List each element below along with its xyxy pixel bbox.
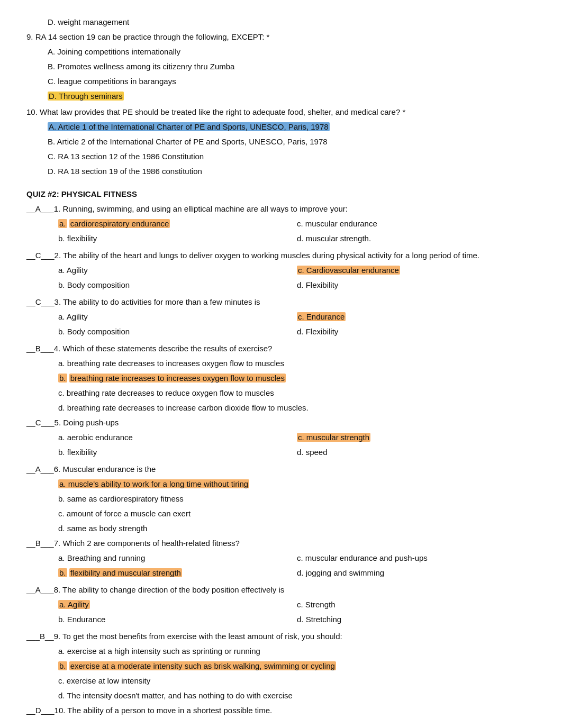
q9b-opt-b: b. exercise at a moderate intensity such… — [58, 660, 536, 672]
q2-opt-c: c. Cardiovascular endurance — [297, 264, 536, 277]
quiz2-q1: __A___1. Running, swimming, and using an… — [26, 203, 536, 247]
q6-opt-b: b. same as cardiorespiratory fitness — [58, 493, 536, 505]
main-content: D. weight management 9. RA 14 section 19… — [26, 16, 536, 717]
q4-opt-d: d. breathing rate decreases to increase … — [58, 402, 536, 414]
q3-opt-c: c. Endurance — [297, 311, 536, 323]
q9b-opt-d: d. The intensity doesn't matter, and has… — [58, 689, 536, 702]
q10-option-c: C. RA 13 section 12 of the 1986 Constitu… — [26, 150, 536, 163]
q1-opt-a: a. cardiorespiratory endurance — [58, 217, 297, 230]
quiz2-q4: __B___4. Which of these statements descr… — [26, 342, 536, 414]
quiz2-q3: __C___3. The ability to do activities fo… — [26, 296, 536, 340]
q6-opt-c: c. amount of force a muscle can exert — [58, 507, 536, 520]
q3-opt-d: d. Flexibility — [297, 325, 536, 338]
q8-opt-a: a. Agility — [58, 598, 297, 611]
q9-option-d: D. Through seminars — [26, 90, 536, 103]
q7-opt-c: c. muscular endurance and push-ups — [297, 552, 536, 565]
q7-opt-d: d. jogging and swimming — [297, 567, 536, 579]
q5-opt-d: d. speed — [297, 446, 536, 459]
q3-opt-a: a. Agility — [58, 311, 297, 323]
q1-opt-c: c. muscular endurance — [297, 217, 536, 230]
q7-opt-b: b. flexibility and muscular strength — [58, 567, 297, 579]
question-9: 9. RA 14 section 19 can be practice thro… — [26, 31, 536, 43]
question-10: 10. What law provides that PE should be … — [26, 106, 536, 119]
q8-opt-d: d. Stretching — [297, 613, 536, 626]
q4-opt-a: a. breathing rate decreases to increases… — [58, 357, 536, 370]
quiz2-q10: __D___10. The ability of a person to mov… — [26, 704, 536, 717]
q4-opt-b: b. breathing rate increases to increases… — [58, 372, 536, 385]
quiz2-q9: ___B__9. To get the most benefits from e… — [26, 630, 536, 702]
quiz2-title: QUIZ #2: PHYSICAL FITNESS — [26, 189, 536, 198]
q2-opt-d: d. Flexibility — [297, 279, 536, 292]
q5-opt-b: b. flexibility — [58, 446, 297, 459]
q8-opt-c: c. Strength — [297, 598, 536, 611]
quiz2-q8: __A___8. The ability to change direction… — [26, 584, 536, 628]
q10-option-d: D. RA 18 section 19 of the 1986 constitu… — [26, 165, 536, 178]
q9-option-c: C. league competitions in barangays — [26, 75, 536, 88]
q8-opt-b: b. Endurance — [58, 613, 297, 626]
q6-opt-d: d. same as body strength — [58, 522, 536, 535]
q9b-opt-a: a. exercise at a high intensity such as … — [58, 645, 536, 658]
q10-option-b: B. Article 2 of the International Charte… — [26, 135, 536, 148]
q3-opt-b: b. Body composition — [58, 325, 297, 338]
q2-opt-a: a. Agility — [58, 264, 297, 277]
q2-opt-b: b. Body composition — [58, 279, 297, 292]
quiz2-q2: __C___2. The ability of the heart and lu… — [26, 249, 536, 294]
q1-opt-b: b. flexibility — [58, 232, 297, 245]
item-d-weight: D. weight management — [26, 16, 536, 29]
q10-option-a: A. Article 1 of the International Charte… — [26, 121, 536, 133]
q9-option-b: B. Promotes wellness among its citizenry… — [26, 60, 536, 73]
q1-opt-d: d. muscular strength. — [297, 232, 536, 245]
q4-opt-c: c. breathing rate decreases to reduce ox… — [58, 387, 536, 399]
quiz2-q7: __B___7. Which 2 are components of healt… — [26, 537, 536, 581]
q6-opt-a: a. muscle's ability to work for a long t… — [58, 478, 536, 490]
q7-opt-a: a. Breathing and running — [58, 552, 297, 565]
quiz2-q6: __A___6. Muscular endurance is the a. mu… — [26, 463, 536, 535]
q9b-opt-c: c. exercise at low intensity — [58, 675, 536, 687]
q9-option-a: A. Joining competitions internationally — [26, 46, 536, 58]
q5-opt-c: c. muscular strength — [297, 431, 536, 444]
quiz2-q5: __C___5. Doing push-ups a. aerobic endur… — [26, 416, 536, 461]
q5-opt-a: a. aerobic endurance — [58, 431, 297, 444]
